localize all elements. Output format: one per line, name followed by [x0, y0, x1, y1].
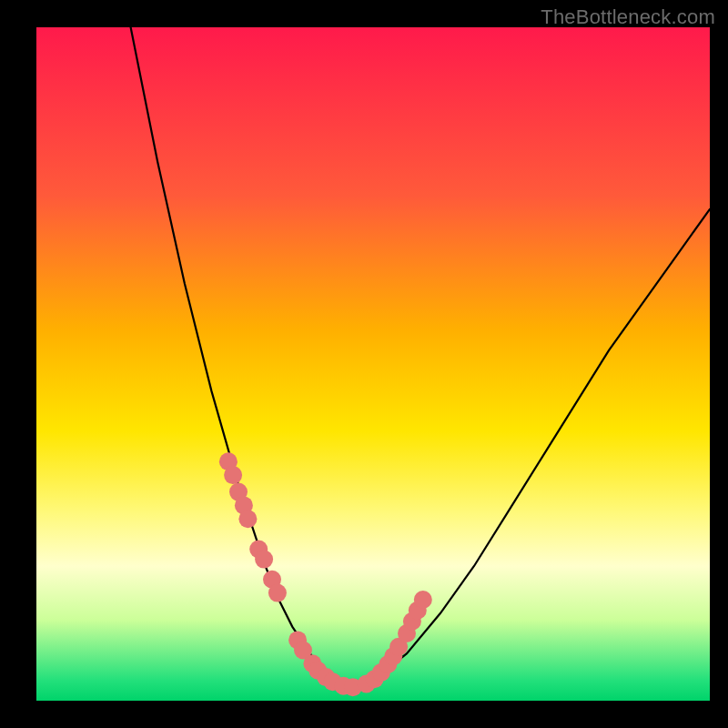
highlighted-dot — [414, 591, 432, 609]
bottleneck-curve — [131, 27, 710, 687]
highlighted-dot — [255, 551, 273, 569]
highlighted-dot — [224, 466, 242, 484]
watermark-text: TheBottleneck.com — [541, 5, 715, 29]
plot-area — [36, 27, 710, 701]
highlighted-dot — [238, 510, 257, 528]
highlighted-dots-group — [219, 452, 432, 696]
chart-frame: TheBottleneck.com — [0, 0, 728, 728]
highlighted-dot — [268, 584, 287, 602]
bottleneck-curve-svg — [36, 27, 710, 701]
curve-group — [131, 27, 710, 687]
